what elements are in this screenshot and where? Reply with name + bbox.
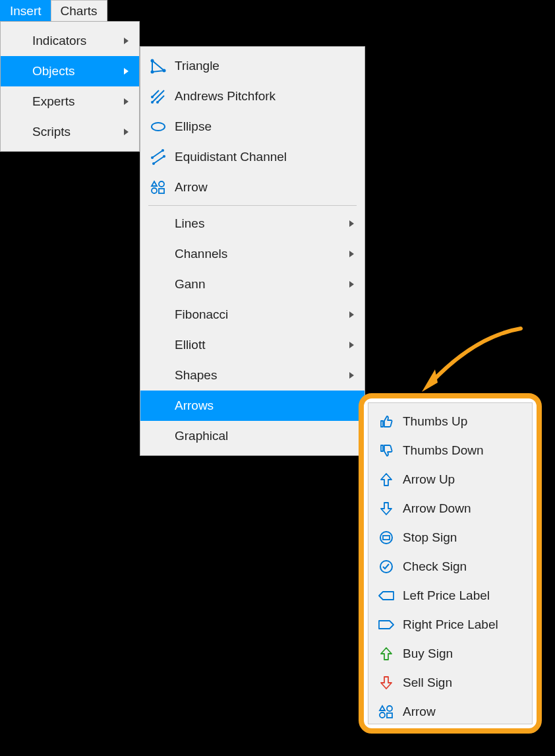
tab-insert[interactable]: Insert: [0, 0, 51, 21]
submenu-caret-icon: [349, 220, 354, 227]
menu-label: Thumbs Up: [403, 414, 532, 429]
check-sign-icon: [378, 558, 395, 575]
menu-label: Elliott: [175, 338, 337, 352]
insert-menu: Indicators Objects Experts Scripts: [0, 21, 140, 152]
thumbs-down-icon: [378, 442, 395, 459]
menu-label: Triangle: [175, 59, 365, 73]
menu-item-lines[interactable]: Lines: [140, 208, 365, 239]
menu-label: Arrow: [175, 180, 365, 195]
svg-point-7: [151, 156, 154, 159]
buy-sign-icon: [378, 645, 395, 662]
menu-item-andrews-pitchfork[interactable]: Andrews Pitchfork: [140, 81, 365, 111]
arrow-down-icon: [378, 500, 395, 517]
menu-label: Lines: [175, 216, 337, 231]
menu-label: Arrow Up: [403, 472, 532, 487]
menu-item-arrow-up[interactable]: Arrow Up: [368, 465, 532, 494]
menu-item-arrow-down[interactable]: Arrow Down: [368, 494, 532, 523]
menu-item-arrow[interactable]: Arrow: [368, 697, 532, 726]
left-price-label-icon: [378, 587, 395, 604]
menu-item-triangle[interactable]: Triangle: [140, 51, 365, 81]
submenu-caret-icon: [124, 129, 129, 135]
menu-item-thumbs-down[interactable]: Thumbs Down: [368, 436, 532, 465]
callout-arrow-icon: [415, 323, 527, 402]
arrow-up-icon: [378, 471, 395, 488]
shapes-icon: [378, 703, 395, 720]
stop-sign-icon: [378, 529, 395, 546]
menu-item-arrow-shapes[interactable]: Arrow: [140, 172, 365, 203]
menu-label: Left Price Label: [403, 588, 532, 603]
svg-point-19: [380, 712, 385, 718]
svg-rect-18: [387, 713, 392, 718]
menu-label: Objects: [32, 64, 112, 79]
menu-label: Thumbs Down: [403, 443, 532, 458]
svg-point-17: [387, 706, 392, 711]
menu-item-objects[interactable]: Objects: [1, 56, 139, 86]
svg-point-2: [151, 71, 154, 74]
menu-label: Check Sign: [403, 559, 532, 574]
submenu-caret-icon: [124, 98, 129, 105]
tab-charts[interactable]: Charts: [51, 0, 107, 21]
menu-label: Arrow Down: [403, 501, 532, 516]
svg-point-9: [152, 162, 155, 165]
objects-submenu: Triangle Andrews Pitchfork Ellipse Equid…: [140, 46, 365, 456]
menu-label: Scripts: [32, 125, 112, 139]
menu-item-arrows[interactable]: Arrows: [140, 391, 365, 421]
menu-item-scripts[interactable]: Scripts: [1, 117, 139, 147]
svg-point-1: [163, 69, 166, 73]
svg-point-3: [151, 101, 154, 104]
submenu-caret-icon: [124, 68, 129, 75]
svg-point-4: [151, 96, 154, 98]
submenu-caret-icon: [349, 251, 354, 257]
menu-item-gann[interactable]: Gann: [140, 269, 365, 299]
menu-label: Channels: [175, 247, 337, 261]
menu-item-shapes[interactable]: Shapes: [140, 360, 365, 391]
menu-label: Arrows: [175, 398, 365, 413]
menu-item-elliott[interactable]: Elliott: [140, 330, 365, 360]
menu-label: Buy Sign: [403, 646, 532, 661]
menu-item-channels[interactable]: Channels: [140, 239, 365, 269]
pitchfork-icon: [150, 88, 167, 105]
svg-point-5: [156, 101, 159, 104]
svg-point-10: [163, 155, 165, 158]
channel-icon: [150, 148, 167, 166]
menu-label: Equidistant Channel: [175, 150, 365, 164]
menu-item-fibonacci[interactable]: Fibonacci: [140, 299, 365, 330]
menu-label: Shapes: [175, 368, 337, 383]
menu-item-check-sign[interactable]: Check Sign: [368, 552, 532, 581]
submenu-caret-icon: [349, 281, 354, 288]
menu-item-sell-sign[interactable]: Sell Sign: [368, 668, 532, 697]
submenu-caret-icon: [349, 311, 354, 318]
menu-item-ellipse[interactable]: Ellipse: [140, 111, 365, 142]
menu-label: Andrews Pitchfork: [175, 89, 365, 104]
menu-label: Arrow: [403, 705, 532, 719]
menu-label: Fibonacci: [175, 307, 337, 322]
menu-item-stop-sign[interactable]: Stop Sign: [368, 523, 532, 552]
arrows-submenu: Thumbs Up Thumbs Down Arrow Up Arrow Dow…: [368, 402, 533, 724]
arrows-callout: Thumbs Up Thumbs Down Arrow Up Arrow Dow…: [359, 393, 542, 734]
menu-label: Gann: [175, 277, 337, 292]
menu-item-left-price-label[interactable]: Left Price Label: [368, 581, 532, 610]
svg-point-6: [152, 123, 165, 131]
svg-rect-12: [159, 189, 164, 193]
menu-item-buy-sign[interactable]: Buy Sign: [368, 639, 532, 668]
menu-item-indicators[interactable]: Indicators: [1, 26, 139, 56]
menu-item-thumbs-up[interactable]: Thumbs Up: [368, 407, 532, 436]
menu-label: Stop Sign: [403, 530, 532, 545]
menu-label: Graphical: [175, 429, 365, 443]
menu-item-experts[interactable]: Experts: [1, 86, 139, 117]
svg-rect-15: [383, 536, 390, 540]
ellipse-icon: [150, 118, 167, 135]
menu-label: Sell Sign: [403, 676, 532, 690]
svg-point-14: [380, 532, 392, 544]
separator: [148, 205, 357, 206]
menu-item-equidistant-channel[interactable]: Equidistant Channel: [140, 142, 365, 172]
menu-item-graphical[interactable]: Graphical: [140, 421, 365, 451]
triangle-icon: [150, 57, 167, 75]
menubar: Insert Charts: [0, 0, 107, 21]
svg-point-0: [151, 59, 154, 63]
thumbs-up-icon: [378, 413, 395, 430]
menu-label: Ellipse: [175, 119, 365, 134]
menu-label: Right Price Label: [403, 617, 532, 632]
menu-item-right-price-label[interactable]: Right Price Label: [368, 610, 532, 639]
submenu-caret-icon: [124, 38, 129, 44]
